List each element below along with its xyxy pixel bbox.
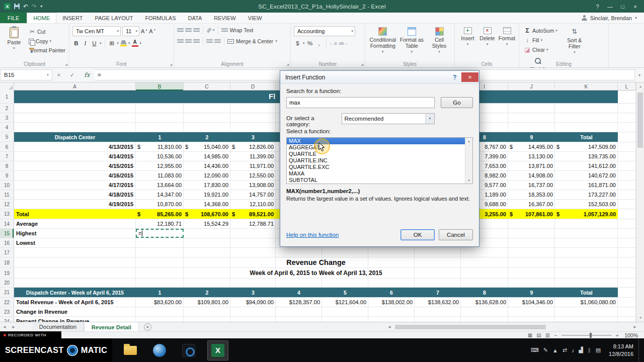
percent-style-button[interactable]: %	[306, 40, 314, 46]
page-layout-view-icon[interactable]: ▤	[536, 332, 541, 338]
cell-H21[interactable]: 7	[415, 288, 461, 297]
row-header-7[interactable]: 7	[0, 152, 14, 161]
cell-J22[interactable]: $104,346.00	[508, 298, 555, 307]
align-middle-button[interactable]	[185, 28, 192, 33]
cell-A24[interactable]: Percent Change in Revenue	[14, 317, 136, 322]
zoom-in-icon[interactable]: +	[616, 332, 619, 338]
cell-B11[interactable]: 14,347.00	[136, 190, 184, 199]
format-cells-button[interactable]: Format ▾	[497, 26, 517, 47]
cell-K8[interactable]: 141,612.00	[555, 161, 618, 170]
borders-button[interactable]: ⊞	[108, 40, 116, 47]
row-header-18[interactable]: 18	[0, 257, 14, 267]
go-button[interactable]: Go	[441, 97, 473, 108]
cell-B22[interactable]: $83,620.00	[136, 298, 184, 307]
row-header-16[interactable]: 16	[0, 238, 14, 247]
cell-C8[interactable]: 14,436.00	[184, 161, 230, 170]
cell-C13[interactable]: $108,670.00	[184, 209, 230, 219]
cell-C6[interactable]: $15,040.00	[184, 142, 230, 151]
autosum-button[interactable]: Σ AutoSum ▾	[522, 27, 559, 35]
cell-D8[interactable]: 11,971.00	[230, 161, 276, 170]
tab-file[interactable]: FILE	[0, 13, 27, 23]
function-item-quartile-inc[interactable]: QUARTILE.INC	[287, 157, 465, 164]
help-icon[interactable]: ?	[592, 2, 603, 11]
shrink-font-button[interactable]: A▼	[149, 28, 155, 34]
cell-I21[interactable]: 8	[461, 288, 508, 297]
tab-data[interactable]: DATA	[182, 13, 208, 23]
vertical-scrollbar[interactable]: ▲ ▼	[636, 82, 644, 322]
row-header-11[interactable]: 11	[0, 190, 14, 199]
function-search-input[interactable]	[286, 97, 435, 108]
row-header-23[interactable]: 23	[0, 307, 14, 316]
enter-entry-icon[interactable]: ✓	[70, 72, 74, 78]
cell-styles-button[interactable]: Cell Styles ▾	[426, 26, 452, 55]
cell-A11[interactable]: 4/18/2015	[14, 190, 136, 199]
cell-C5[interactable]: 2	[184, 132, 230, 142]
cell-B14[interactable]: 12,180.71	[136, 219, 184, 228]
cell-A8[interactable]: 4/15/2015	[14, 161, 136, 170]
hscroll-left-icon[interactable]: ◄	[387, 325, 391, 329]
ok-button[interactable]: OK	[400, 229, 435, 240]
cell-K13[interactable]: $1,057,129.00	[555, 209, 618, 219]
function-item-maxa[interactable]: MAXA	[287, 170, 465, 177]
cell-K6[interactable]: $147,509.00	[555, 142, 618, 151]
number-format-select[interactable]: Accounting ▾	[294, 26, 355, 36]
cell-I22[interactable]: $136,628.00	[461, 298, 508, 307]
cell-G22[interactable]: $138,002.00	[368, 298, 415, 307]
font-size-select[interactable]: 11 ▾	[122, 26, 139, 36]
cell-D9[interactable]: 12,550.00	[230, 171, 276, 180]
align-center-button[interactable]	[185, 39, 192, 44]
increase-indent-button[interactable]	[214, 39, 221, 44]
cell-F22[interactable]: $121,604.00	[322, 298, 368, 307]
cell-C12[interactable]: 14,368.00	[184, 200, 230, 209]
show-desktop-button[interactable]	[638, 338, 642, 362]
sync-icon[interactable]: ⇄	[562, 347, 567, 353]
row-header-21[interactable]: 21	[0, 288, 14, 297]
taskbar-file-explorer-button[interactable]	[120, 340, 141, 360]
sheet-nav-right-icon[interactable]: ►	[9, 325, 18, 329]
horizontal-scrollbar[interactable]: ◄ ►	[387, 324, 644, 330]
cell-J12[interactable]: 16,367.00	[508, 200, 555, 209]
close-icon[interactable]: ×	[629, 2, 641, 11]
cell-D6[interactable]: $12,826.00	[230, 142, 276, 151]
fill-color-button[interactable]	[120, 40, 127, 46]
cell-C10[interactable]: 17,830.00	[184, 180, 230, 190]
tab-insert[interactable]: INSERT	[56, 13, 89, 23]
cell-E22[interactable]: $128,357.00	[276, 298, 322, 307]
increase-decimal-button[interactable]: ←.0	[330, 41, 337, 46]
column-header-K[interactable]: K	[555, 82, 618, 90]
cancel-button[interactable]: Cancel	[439, 229, 473, 240]
merge-center-button[interactable]: Merge & Center▾	[227, 38, 277, 44]
cell-A14[interactable]: Average	[14, 219, 136, 228]
taskbar-screencast-button[interactable]	[149, 340, 170, 360]
column-header-L[interactable]: L	[618, 82, 636, 90]
qat-customize-icon[interactable]: ▾	[40, 5, 42, 9]
row-header-8[interactable]: 8	[0, 161, 14, 170]
cell-G21[interactable]: 6	[368, 288, 415, 297]
cell-A6[interactable]: 4/13/2015	[14, 142, 136, 151]
row-header-4[interactable]: 4	[0, 123, 14, 132]
bluetooth-icon[interactable]: ᛒ	[588, 347, 591, 353]
minimize-icon[interactable]: —	[604, 2, 616, 11]
cell-J6[interactable]: $14,495.00	[508, 142, 555, 151]
cell-J21[interactable]: 9	[508, 288, 555, 297]
row-header-24[interactable]: 24	[0, 317, 14, 322]
cell-A5[interactable]: Dispatch Center	[14, 132, 136, 142]
align-bottom-button[interactable]	[193, 28, 200, 33]
cell-D10[interactable]: 13,908.00	[230, 180, 276, 190]
taskbar-recorder-button[interactable]	[178, 340, 199, 360]
cell-J10[interactable]: 16,737.00	[508, 180, 555, 190]
wrap-text-button[interactable]: Wrap Text	[221, 27, 254, 33]
align-top-button[interactable]	[177, 28, 184, 33]
sheet-tab-documentation[interactable]: Documentation	[32, 322, 84, 331]
cell-B21[interactable]: 1	[136, 288, 184, 297]
cell-F21[interactable]: 5	[322, 288, 368, 297]
font-color-button[interactable]: A	[132, 40, 138, 47]
cell-K7[interactable]: 139,735.00	[555, 152, 618, 161]
clear-button[interactable]: ◪ Clear ▾	[522, 46, 559, 54]
orientation-button[interactable]: ab	[205, 27, 212, 34]
row-header-14[interactable]: 14	[0, 219, 14, 228]
zoom-slider[interactable]	[561, 335, 612, 336]
row-header-12[interactable]: 12	[0, 200, 14, 209]
function-item-quartile-exc[interactable]: QUARTILE.EXC	[287, 164, 465, 170]
number-launcher-icon[interactable]: ◢	[361, 62, 363, 66]
